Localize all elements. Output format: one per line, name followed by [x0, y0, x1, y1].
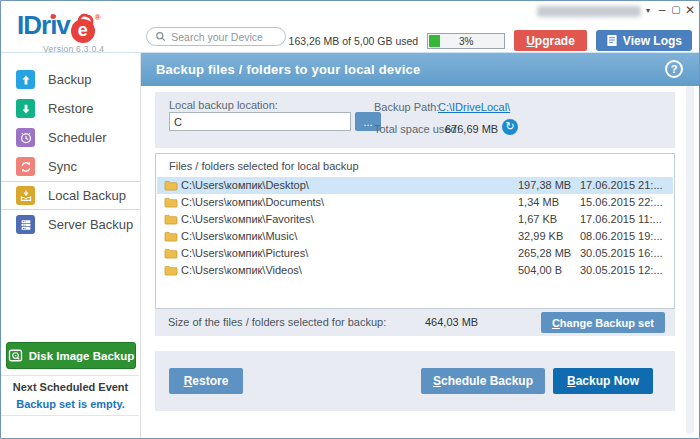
folder-icon: [164, 230, 178, 242]
restore-button[interactable]: Restore: [169, 368, 243, 394]
file-path: C:\Users\компик\Documents\: [181, 196, 324, 208]
arrow-up-icon: [16, 70, 35, 89]
main-content: Backup files / folders to your local dev…: [141, 53, 699, 438]
hard-disk-icon: [8, 348, 23, 363]
file-date: 30.05.2015 12:...: [580, 264, 663, 276]
files-summary-row: Size of the files / folders selected for…: [155, 309, 675, 336]
summary-value: 464,03 MB: [425, 316, 478, 328]
location-input[interactable]: [169, 112, 351, 131]
idrive-app-window: ▾ – ▢ ✕ IDrive® Version 6.3.0.4 163,26 M…: [0, 0, 700, 439]
file-size: 197,38 MB: [518, 179, 571, 191]
help-icon[interactable]: ?: [665, 60, 683, 78]
table-row[interactable]: C:\Users\компик\Pictures\ 265,28 MB 30.0…: [157, 245, 673, 262]
search-input[interactable]: [171, 31, 277, 43]
backup-path-label: Backup Path:: [374, 101, 439, 113]
files-panel: Files / folders selected for local backu…: [155, 153, 675, 336]
sidebar-divider: [1, 415, 139, 416]
file-size: 1,34 MB: [518, 196, 559, 208]
change-backup-set-button[interactable]: Change Backup set: [541, 312, 665, 333]
account-menu[interactable]: [537, 6, 641, 17]
file-size: 504,00 B: [518, 264, 562, 276]
file-path: C:\Users\компик\Music\: [181, 230, 297, 242]
idrive-logo: IDrive® Version 6.3.0.4: [17, 5, 104, 54]
file-date: 15.06.2015 22:...: [580, 196, 663, 208]
sidebar-item-server-backup[interactable]: Server Backup: [1, 210, 140, 239]
file-size: 1,67 KB: [518, 213, 557, 225]
file-path: C:\Users\компик\Pictures\: [181, 247, 308, 259]
schedule-backup-button[interactable]: Schedule Backup: [421, 368, 545, 394]
maximize-button[interactable]: ▢: [669, 4, 683, 15]
local-backup-icon: [16, 186, 35, 205]
close-button[interactable]: ✕: [683, 3, 697, 17]
page-header: Backup files / folders to your local dev…: [141, 53, 699, 86]
storage-usage-percent: 3%: [428, 34, 504, 48]
folder-icon: [164, 213, 178, 225]
lock-icon: e: [71, 19, 95, 43]
server-icon: [16, 215, 35, 234]
file-size: 32,99 KB: [518, 230, 563, 242]
sidebar-item-backup[interactable]: Backup: [1, 65, 140, 94]
sidebar-divider: [1, 375, 139, 376]
file-list: C:\Users\компик\Desktop\ 197,38 MB 17.06…: [157, 177, 673, 279]
refresh-icon[interactable]: ↻: [502, 119, 518, 135]
disk-image-backup-button[interactable]: Disk Image Backup: [6, 342, 136, 369]
location-label: Local backup location:: [169, 99, 278, 111]
upgrade-button[interactable]: Upgrade: [514, 30, 587, 51]
sidebar-item-sync[interactable]: Sync: [1, 152, 140, 181]
sidebar-item-restore[interactable]: Restore: [1, 94, 140, 123]
actions-panel: Restore Schedule Backup Backup Now: [155, 351, 675, 411]
view-logs-button[interactable]: View Logs: [596, 30, 692, 51]
backup-now-button[interactable]: Backup Now: [553, 368, 653, 394]
titlebar: ▾ – ▢ ✕: [359, 1, 699, 21]
file-date: 17.06.2015 11:...: [580, 213, 662, 225]
storage-usage-bar: 3%: [427, 33, 505, 49]
table-row[interactable]: C:\Users\компик\Music\ 32,99 KB 08.06.20…: [157, 228, 673, 245]
clock-icon: [16, 128, 35, 147]
minimize-button[interactable]: –: [655, 3, 669, 17]
folder-icon: [164, 247, 178, 259]
table-row[interactable]: C:\Users\компик\Documents\ 1,34 MB 15.06…: [157, 194, 673, 211]
sidebar-item-local-backup[interactable]: Local Backup: [1, 181, 140, 210]
scrollbar-gutter: [686, 57, 694, 434]
file-date: 08.06.2015 19:...: [580, 230, 663, 242]
page-title: Backup files / folders to your local dev…: [156, 62, 420, 77]
file-path: C:\Users\компик\Desktop\: [181, 179, 309, 191]
table-row[interactable]: C:\Users\компик\Desktop\ 197,38 MB 17.06…: [157, 177, 673, 194]
sync-icon: [16, 157, 35, 176]
sidebar-item-scheduler[interactable]: Scheduler: [1, 123, 140, 152]
next-scheduled-event-status: Backup set is empty.: [1, 398, 140, 410]
search-icon: [155, 30, 166, 43]
storage-usage-text: 163,26 MB of 5,00 GB used: [289, 35, 419, 47]
search-box: [146, 27, 286, 46]
folder-icon: [164, 196, 178, 208]
arrow-down-icon: [16, 99, 35, 118]
folder-icon: [164, 264, 178, 276]
file-path: C:\Users\компик\Videos\: [181, 264, 302, 276]
table-row[interactable]: C:\Users\компик\Favorites\ 1,67 KB 17.06…: [157, 211, 673, 228]
local-backup-location-panel: Local backup location: ... Backup Path: …: [155, 92, 675, 148]
backup-path-link[interactable]: C:\IDriveLocal\: [438, 101, 510, 113]
summary-label: Size of the files / folders selected for…: [168, 316, 386, 328]
files-table-header: Files / folders selected for local backu…: [169, 160, 359, 172]
version-label: Version 6.3.0.4: [43, 44, 104, 54]
file-path: C:\Users\компик\Favorites\: [181, 213, 314, 225]
sidebar: Backup Restore Scheduler: [1, 53, 141, 438]
total-space-value: 676,69 MB: [445, 123, 498, 135]
log-document-icon: [606, 34, 618, 47]
file-date: 17.06.2015 21:...: [580, 179, 663, 191]
file-size: 265,28 MB: [518, 247, 571, 259]
account-caret-icon[interactable]: ▾: [641, 6, 655, 15]
table-row[interactable]: C:\Users\компик\Videos\ 504,00 B 30.05.2…: [157, 262, 673, 279]
files-table: Files / folders selected for local backu…: [155, 153, 675, 309]
folder-icon: [164, 179, 178, 191]
next-scheduled-event-title: Next Scheduled Event: [1, 381, 140, 393]
file-date: 30.05.2015 16:...: [580, 247, 663, 259]
